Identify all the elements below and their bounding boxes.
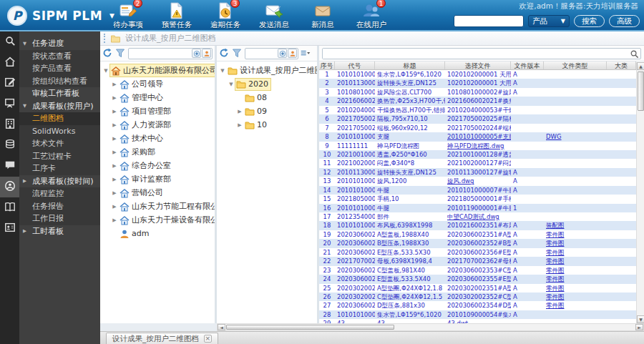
tree-node[interactable]: ▼设计成果_按用户二维图档_公 — [217, 64, 317, 77]
org-tree-search-input[interactable] — [131, 49, 191, 58]
column-header-category[interactable]: 大类 — [607, 62, 636, 69]
menu-item[interactable]: 按产品查看 — [19, 62, 100, 75]
collapsed-arrow-icon[interactable]: ▶ — [111, 163, 118, 169]
table-row[interactable]: 122010113000127旋转接头支座,DN1252010113000127… — [319, 168, 636, 177]
expanded-arrow-icon[interactable]: ▼ — [219, 68, 226, 74]
tree-node[interactable]: ▶综合办公室 — [100, 159, 215, 172]
table-row[interactable]: 52010204000053干燥换热器,H700干,错排,6...2010204… — [319, 106, 636, 114]
column-header-file[interactable]: 选择文件 — [445, 62, 511, 69]
filter-icon[interactable] — [115, 48, 126, 59]
scroll-left-icon[interactable]: ◄ — [218, 324, 225, 330]
collapsed-arrow-icon[interactable]: ▶ — [236, 122, 243, 128]
global-search-input[interactable] — [454, 15, 524, 27]
menu-item[interactable]: ▶工时看板 — [19, 225, 100, 238]
menu-item[interactable]: ▼任务进度 — [19, 37, 100, 50]
column-header-version[interactable]: 文件版本 — [511, 62, 544, 69]
menu-item[interactable]: 工序卡 — [19, 162, 100, 175]
tree-node[interactable]: ▶项目管理部 — [100, 104, 215, 118]
refresh-icon[interactable] — [102, 48, 113, 59]
expanded-arrow-icon[interactable]: ▼ — [228, 82, 235, 87]
view-menu-icon[interactable] — [301, 48, 315, 59]
folder-tree-search-input[interactable] — [248, 49, 277, 58]
table-row[interactable]: 212020306002356E型压条,533.5X30202030600235… — [319, 248, 636, 257]
rail-item-dashboard[interactable] — [0, 177, 19, 197]
collapsed-arrow-icon[interactable]: ▶ — [111, 122, 118, 128]
drag-handle-icon[interactable] — [104, 34, 106, 43]
table-row[interactable]: 242020306002355E型盖板,533.5X40202030600235… — [319, 275, 636, 283]
collapsed-arrow-icon[interactable]: ▶ — [111, 136, 118, 142]
open-document-tab[interactable]: 设计成果_按用户二维图档 × — [106, 333, 218, 344]
menu-item[interactable]: 流程监控 — [19, 187, 100, 200]
rail-item-contacts[interactable] — [0, 218, 19, 239]
search-icon[interactable] — [630, 49, 639, 59]
collapsed-arrow-icon[interactable]: ▶ — [111, 149, 118, 155]
table-row[interactable]: 152021805000001手柄,102021805000001#手柄,10.… — [319, 195, 636, 203]
table-row[interactable]: 222021707002362母板,6398X1998,420217070023… — [319, 257, 636, 265]
table-row[interactable]: 281010101000003集水管,LΦ159*6,1020201010900… — [319, 310, 636, 319]
collapsed-arrow-icon[interactable]: ▶ — [111, 95, 118, 101]
expanded-arrow-icon[interactable]: ▼ — [102, 68, 109, 74]
table-row[interactable]: 112021002000127闷盖,Φ340*82021002000127#闷盖… — [319, 159, 636, 167]
table-row[interactable]: 252020302002351A型垫圈,Φ24XΦ12,1.8202030200… — [319, 284, 636, 293]
menu-item[interactable]: 审核工作看板 — [19, 87, 100, 100]
table-row[interactable]: 72021705002024端板,960x920,122021705002024… — [319, 124, 636, 132]
menu-item[interactable]: 工作日报 — [19, 212, 100, 225]
table-row[interactable]: 1101010100001集水管,LΦ159*6,102010201020000… — [319, 70, 636, 79]
rail-item-library[interactable] — [0, 197, 19, 218]
toolbar-online-users[interactable]: 1在线用户 — [352, 1, 391, 30]
menu-item[interactable]: ▼成果看板(按用户) — [19, 100, 100, 113]
tree-node[interactable]: ▶审计监察部 — [100, 172, 215, 186]
table-filter-input[interactable] — [323, 49, 626, 59]
search-plus-button[interactable] — [278, 49, 287, 58]
toolbar-new-message[interactable]: 新消息 — [303, 1, 342, 30]
toolbar-send-message[interactable]: 发送消息 — [255, 1, 293, 30]
table-row[interactable]: 272020306002354D型压条,881x302020306002354#… — [319, 301, 636, 310]
tree-node[interactable]: ▶山东天力干燥设备有限公司 — [100, 213, 215, 227]
vertical-scrollbar[interactable]: ▲ ▼ — [636, 62, 644, 323]
table-row[interactable]: 202020306002352B型压条,1988X302020306002352… — [319, 239, 636, 247]
scrollbar-thumb[interactable] — [226, 325, 394, 330]
locate-user-button[interactable] — [202, 49, 211, 58]
collapsed-arrow-icon[interactable]: ▶ — [111, 204, 118, 210]
column-header-title[interactable]: 标题 — [375, 62, 445, 69]
tree-node[interactable]: ▶技术中心 — [100, 132, 215, 145]
collapsed-arrow-icon[interactable]: ▶ — [111, 217, 118, 223]
tree-node[interactable]: ▶管理中心 — [100, 91, 215, 104]
menu-item[interactable]: 按组织结构查看 — [19, 75, 100, 88]
rail-item-compose[interactable] — [0, 73, 19, 94]
tree-node[interactable]: ▶09 — [217, 104, 317, 118]
table-row[interactable]: 62021705002025隔板,795x710,102021705002025… — [319, 114, 636, 123]
tree-node[interactable]: ▶山东天力节能工程有限公司 — [100, 200, 215, 213]
tree-node[interactable]: ▶人力资源部 — [100, 118, 215, 132]
column-header-no[interactable]: 序号 — [319, 62, 335, 69]
scroll-up-icon[interactable]: ▲ — [637, 62, 644, 70]
table-row[interactable]: 132010101000006旋风,1200旋风.dwgA — [319, 177, 636, 185]
table-row[interactable]: 911111111神马PFD流程图神马PFD流程图.dwg — [319, 142, 636, 150]
column-header-type[interactable]: 文件类型 — [544, 62, 607, 69]
refresh-icon[interactable] — [219, 48, 230, 59]
table-row[interactable]: 262020302002352C型垫圈,Φ24XΦ12,1.5202030200… — [319, 293, 636, 301]
collapsed-arrow-icon[interactable]: ▶ — [111, 177, 118, 182]
horizontal-scrollbar[interactable]: ◄ ► — [217, 323, 644, 331]
table-row[interactable]: 232020306002353C型盖板,981X402020306002353#… — [319, 266, 636, 275]
search-button[interactable]: 搜索 — [574, 15, 605, 27]
menu-item[interactable]: 二维图档 — [19, 112, 100, 125]
table-row[interactable]: 162010101000004牛腿2010119000001#牛腿,500...… — [319, 204, 636, 212]
tree-node[interactable]: adm — [100, 227, 215, 240]
table-row[interactable]: 82010101000005支腿2010101000005#支腿.dwgDWG — [319, 132, 636, 141]
rail-item-messages[interactable] — [0, 156, 19, 177]
toolbar-warning-task[interactable]: 预警任务 — [157, 1, 196, 30]
collapsed-arrow-icon[interactable]: ▶ — [111, 109, 118, 114]
scroll-right-icon[interactable]: ► — [635, 324, 643, 330]
menu-item[interactable]: 按状态查看 — [19, 50, 100, 63]
rail-item-browse-search[interactable] — [0, 31, 19, 52]
filter-icon[interactable] — [232, 48, 243, 59]
close-tab-icon[interactable]: × — [204, 335, 212, 343]
menu-item[interactable]: ▶成果看板(按时间) — [19, 175, 100, 188]
tree-node[interactable]: ▶公司领导 — [100, 77, 215, 91]
toolbar-todo[interactable]: 2待办事项 — [109, 1, 147, 30]
collapsed-arrow-icon[interactable]: ▶ — [111, 82, 118, 87]
table-row[interactable]: 2201011300001旋转接头支座,DN1251020102000001 大… — [319, 79, 636, 87]
scrollbar-thumb[interactable] — [638, 72, 644, 111]
column-header-code[interactable]: 代号 — [335, 62, 375, 69]
